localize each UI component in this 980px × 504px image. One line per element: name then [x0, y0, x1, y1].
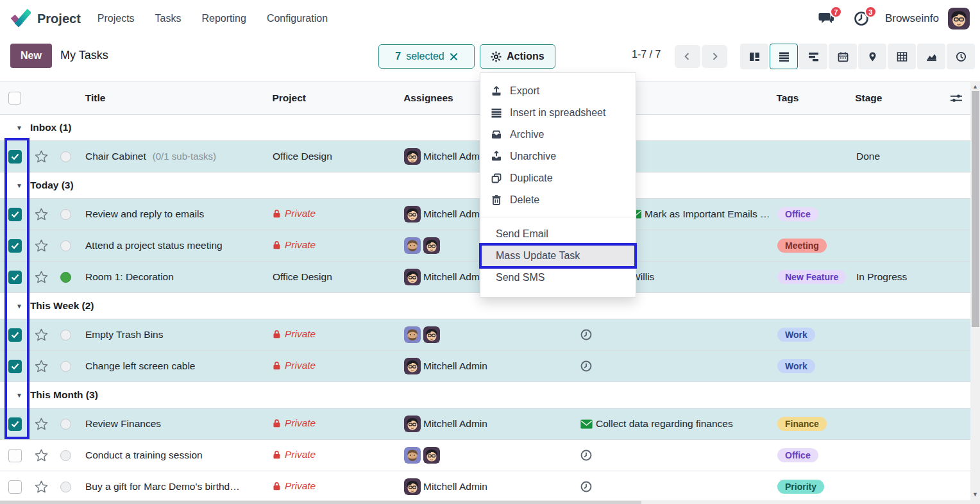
view-gantt-button[interactable]	[799, 44, 827, 69]
new-button[interactable]: New	[10, 44, 52, 68]
favorite-star-icon[interactable]	[30, 149, 53, 164]
view-map-button[interactable]	[858, 44, 886, 69]
messages-badge: 7	[830, 6, 842, 18]
favorite-star-icon[interactable]	[30, 417, 53, 432]
status-circle[interactable]	[60, 240, 71, 251]
view-kanban-button[interactable]	[740, 44, 768, 69]
task-row[interactable]: Empty Trash Bins Private Work	[0, 319, 970, 350]
top-navbar: Project Projects Tasks Reporting Configu…	[0, 0, 980, 37]
nav-item-tasks[interactable]: Tasks	[155, 13, 182, 24]
vertical-scrollbar[interactable]: ▲ ▼	[970, 81, 980, 500]
menu-item-unarchive[interactable]: Unarchive	[480, 146, 636, 167]
task-row[interactable]: Buy a gift for Marc Demo's birthd… Priva…	[0, 471, 970, 502]
nav-item-projects[interactable]: Projects	[97, 13, 135, 24]
row-checkbox[interactable]	[8, 208, 22, 221]
clock-activity-icon	[580, 329, 592, 340]
actions-button[interactable]: Actions	[480, 44, 555, 69]
column-tags[interactable]: Tags	[773, 92, 854, 104]
row-checkbox[interactable]	[8, 271, 22, 284]
tag-pill[interactable]: Finance	[777, 417, 827, 431]
task-row[interactable]: Change left screen cable Private Mitchel…	[0, 350, 970, 382]
horizontal-scrollbar[interactable]	[0, 500, 980, 504]
status-circle[interactable]	[60, 450, 71, 461]
tag-pill[interactable]: Meeting	[777, 239, 827, 253]
favorite-star-icon[interactable]	[30, 207, 53, 222]
favorite-star-icon[interactable]	[30, 328, 53, 342]
scrollbar-thumb[interactable]	[0, 501, 641, 504]
status-circle-done[interactable]	[60, 272, 71, 283]
favorite-star-icon[interactable]	[30, 359, 53, 374]
nav-item-configuration[interactable]: Configuration	[267, 13, 328, 24]
row-checkbox[interactable]	[8, 150, 22, 164]
select-all-checkbox[interactable]	[8, 92, 21, 105]
view-calendar-button[interactable]	[829, 44, 857, 69]
scroll-up-icon[interactable]: ▲	[970, 82, 980, 91]
view-pivot-button[interactable]	[888, 44, 916, 69]
view-list-button[interactable]	[770, 44, 798, 69]
menu-item-send-sms[interactable]: Send SMS	[480, 267, 636, 289]
activity-cell[interactable]	[579, 449, 775, 461]
tag-pill[interactable]: Work	[777, 359, 815, 373]
pager-previous-button[interactable]	[675, 45, 700, 68]
clear-selection-icon[interactable]	[450, 53, 458, 61]
activity-cell[interactable]	[579, 360, 775, 372]
menu-item-duplicate[interactable]: Duplicate	[480, 167, 636, 189]
pager-next-button[interactable]	[702, 45, 727, 68]
messages-button[interactable]: 7	[818, 10, 835, 27]
task-row[interactable]: Review Finances Private Mitchell Admin C…	[0, 408, 970, 439]
row-checkbox[interactable]	[8, 417, 22, 431]
menu-item-delete[interactable]: Delete	[480, 189, 636, 211]
view-activity-button[interactable]	[947, 44, 975, 69]
tag-pill[interactable]: Office	[777, 207, 818, 221]
status-circle[interactable]	[60, 330, 71, 340]
menu-item-send-email[interactable]: Send Email	[480, 223, 636, 245]
assignee-avatar	[404, 478, 421, 495]
task-title: Review Finances	[85, 418, 161, 429]
row-checkbox[interactable]	[8, 360, 22, 373]
favorite-star-icon[interactable]	[30, 448, 53, 463]
status-circle[interactable]	[60, 482, 71, 492]
task-row[interactable]: Conduct a training session Private Offic…	[0, 439, 970, 471]
view-graph-button[interactable]	[917, 44, 945, 69]
activity-cell[interactable]	[579, 481, 775, 492]
status-circle[interactable]	[60, 419, 71, 430]
row-checkbox[interactable]	[8, 328, 22, 342]
tag-pill[interactable]: Office	[777, 448, 818, 462]
tag-pill[interactable]: Work	[777, 328, 815, 342]
list-icon	[779, 51, 790, 62]
activity-cell[interactable]	[579, 329, 775, 340]
favorite-star-icon[interactable]	[30, 239, 53, 253]
scrollbar-thumb[interactable]	[972, 91, 979, 327]
column-stage[interactable]: Stage	[854, 92, 950, 104]
column-project[interactable]: Project	[267, 92, 399, 104]
favorite-star-icon[interactable]	[30, 480, 53, 494]
row-checkbox[interactable]	[8, 239, 22, 253]
row-checkbox[interactable]	[8, 449, 22, 462]
lock-icon	[273, 330, 281, 339]
activities-button[interactable]: 3	[853, 10, 870, 27]
group-row-this-month[interactable]: ▼ This Month (3)	[0, 382, 970, 408]
status-circle[interactable]	[60, 209, 71, 220]
menu-item-export[interactable]: Export	[480, 80, 636, 102]
status-circle[interactable]	[60, 151, 71, 162]
nav-item-reporting[interactable]: Reporting	[202, 13, 246, 24]
selected-count: 7	[395, 51, 401, 62]
user-avatar[interactable]	[948, 8, 970, 29]
app-name[interactable]: Project	[37, 12, 81, 26]
column-title[interactable]: Title	[78, 92, 268, 104]
assignee-name: Mitchell Admin	[423, 481, 487, 492]
menu-item-archive[interactable]: Archive	[480, 124, 636, 146]
lock-icon	[273, 209, 281, 218]
user-name[interactable]: Browseinfo	[885, 12, 939, 25]
tag-pill[interactable]: Priority	[777, 480, 824, 494]
tag-pill[interactable]: New Feature	[777, 270, 846, 284]
optional-columns-icon[interactable]	[950, 92, 963, 104]
favorite-star-icon[interactable]	[30, 270, 53, 285]
status-circle[interactable]	[60, 361, 71, 372]
menu-item-mass-update-task[interactable]: Mass Update Task	[480, 245, 636, 267]
row-checkbox[interactable]	[8, 480, 22, 494]
scroll-down-icon[interactable]: ▼	[970, 490, 980, 499]
breadcrumb[interactable]: My Tasks	[60, 49, 108, 62]
menu-item-insert-in-spreadsheet[interactable]: Insert in spreadsheet	[480, 102, 636, 124]
activity-cell[interactable]: Collect data regarding finances	[579, 418, 775, 430]
